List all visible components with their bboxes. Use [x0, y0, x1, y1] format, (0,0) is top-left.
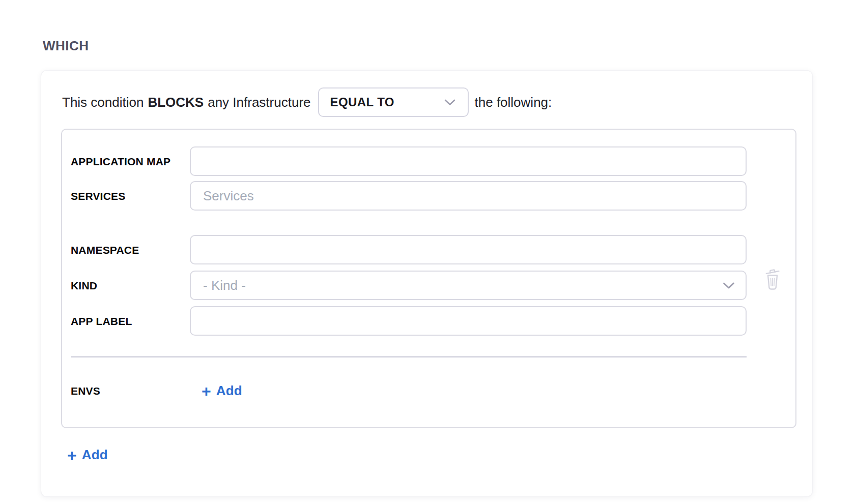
infrastructure-fields-card: APPLICATION MAP SERVICES NAMESPACE KIND …	[61, 129, 796, 428]
operator-select-value: EQUAL TO	[330, 95, 394, 109]
condition-verb: BLOCKS	[148, 95, 204, 110]
sentence-middle: any Infrastructure	[208, 95, 310, 110]
add-infrastructure-button[interactable]: + Add	[67, 447, 108, 463]
condition-card: This condition BLOCKS any Infrastructure…	[41, 70, 813, 497]
envs-add-button[interactable]: + Add	[202, 383, 242, 399]
trash-icon	[763, 267, 782, 290]
fields-divider	[71, 356, 747, 358]
sentence-suffix: the following:	[475, 95, 552, 110]
add-condition-row: + Add	[61, 447, 796, 463]
section-title: WHICH	[43, 39, 856, 53]
application-map-label: APPLICATION MAP	[71, 155, 190, 168]
field-row-namespace: NAMESPACE	[71, 235, 747, 264]
field-row-kind: KIND - Kind -	[71, 271, 747, 300]
namespace-label: NAMESPACE	[71, 243, 190, 257]
sentence-prefix: This condition	[62, 95, 144, 110]
services-input[interactable]	[190, 181, 747, 211]
kind-select-placeholder: - Kind -	[203, 278, 246, 293]
delete-condition-row-button[interactable]	[763, 267, 782, 290]
page: WHICH This condition BLOCKS any Infrastr…	[0, 0, 856, 497]
services-label: SERVICES	[71, 189, 190, 203]
chevron-down-icon	[444, 99, 455, 106]
app-label-label: APP LABEL	[71, 314, 190, 328]
envs-label: ENVS	[71, 384, 190, 398]
envs-add-button-label: Add	[216, 383, 242, 399]
application-map-input[interactable]	[190, 146, 747, 176]
namespace-input[interactable]	[190, 235, 747, 264]
app-label-input[interactable]	[190, 306, 747, 336]
kind-select[interactable]: - Kind -	[190, 271, 747, 300]
plus-icon: +	[67, 449, 77, 462]
field-row-envs: ENVS + Add	[71, 383, 747, 399]
chevron-down-icon	[723, 282, 735, 289]
field-row-services: SERVICES	[71, 181, 747, 211]
condition-sentence: This condition BLOCKS any Infrastructure…	[61, 87, 796, 117]
kind-label: KIND	[71, 279, 190, 292]
operator-select[interactable]: EQUAL TO	[318, 87, 469, 117]
plus-icon: +	[202, 384, 211, 398]
field-row-application-map: APPLICATION MAP	[71, 146, 747, 176]
field-row-app-label: APP LABEL	[71, 306, 747, 336]
add-infrastructure-button-label: Add	[82, 447, 108, 463]
